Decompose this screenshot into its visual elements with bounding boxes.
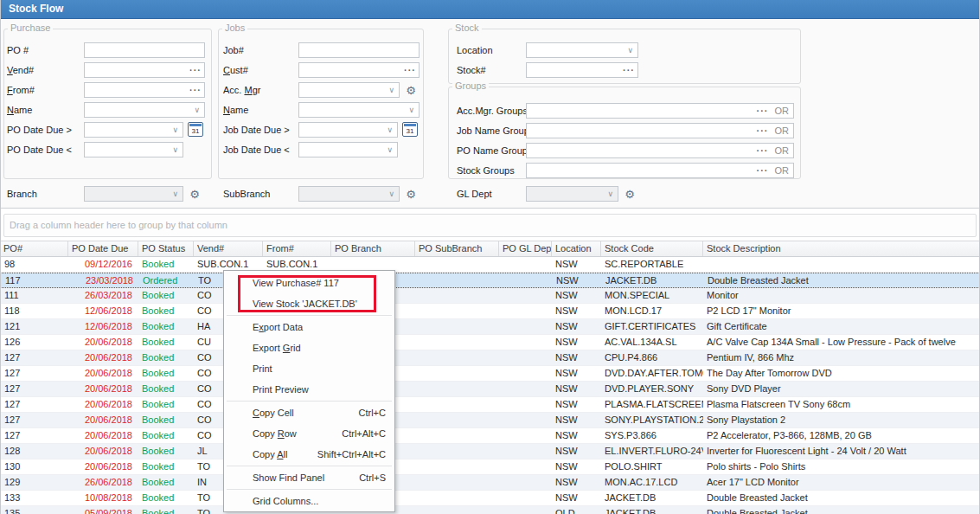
table-row[interactable]: 12720/06/2018BookedCONSWDVD.DAY.AFTER.TO…	[0, 366, 980, 382]
stock-groups-combo[interactable]: ···OR	[526, 163, 794, 178]
cell-desc: Polo shirts - Polo Shirts	[703, 459, 980, 474]
vend-input[interactable]: ···	[84, 62, 205, 78]
table-row[interactable]: 12926/06/2018BookedINNSWMON.AC.17.LCDAce…	[0, 475, 980, 491]
branch-combo[interactable]: ∨	[84, 186, 183, 202]
menu-item-copy-all[interactable]: Copy AllShift+Ctrl+Alt+C	[224, 444, 394, 465]
ellipsis-button-icon[interactable]: ···	[757, 126, 769, 136]
stock-input[interactable]: ···	[526, 62, 638, 78]
column-header-po[interactable]: PO#	[0, 241, 68, 256]
from-input[interactable]: ···	[84, 82, 205, 98]
table-row[interactable]: 11812/06/2018BookedCONSWMON.LCD.17P2 LCD…	[0, 304, 980, 319]
acc-mgr-groups-combo[interactable]: ···OR	[526, 103, 794, 119]
chevron-down-icon[interactable]: ∨	[407, 106, 416, 114]
cell-date: 20/06/2018	[68, 350, 138, 365]
acc-mgr-groups-or-button[interactable]: OR	[775, 106, 790, 116]
column-header-stock-code[interactable]: Stock Code	[601, 241, 703, 256]
ellipsis-button-icon[interactable]: ···	[757, 106, 769, 116]
table-row[interactable]: 12720/06/2018BookedCONSWSYS.P3.866P2 Acc…	[0, 428, 980, 444]
table-row[interactable]: 13020/06/2018BookedTONSWPOLO.SHIRTPolo s…	[0, 459, 980, 475]
job-input[interactable]	[298, 42, 420, 58]
ellipsis-button-icon[interactable]: ···	[189, 86, 202, 95]
table-row[interactable]: 12820/06/2018BookedJLNSWEL.INVERT.FLURO-…	[0, 444, 980, 459]
chevron-down-icon[interactable]: ∨	[605, 190, 615, 198]
chevron-down-icon[interactable]: ∨	[385, 126, 394, 134]
branch-settings-button[interactable]: ⚙	[186, 186, 203, 202]
cell-date: 26/06/2018	[68, 475, 138, 490]
cust-input[interactable]: ···	[298, 62, 420, 78]
table-row[interactable]: 12720/06/2018BookedCONSWDVD.PLAYER.SONYS…	[0, 382, 980, 397]
ellipsis-button-icon[interactable]: ···	[623, 66, 635, 75]
menu-item-copy-row[interactable]: Copy RowCtrl+Alt+C	[224, 423, 394, 444]
chevron-down-icon[interactable]: ∨	[170, 190, 180, 198]
table-row[interactable]: 13505/09/2018BookedTOQLDJACKET.DBDouble …	[0, 506, 980, 514]
column-header-stock-description[interactable]: Stock Description	[703, 241, 980, 256]
results-grid: Drag a column header here to group by th…	[0, 208, 980, 514]
cell-gldept	[499, 397, 552, 412]
cell-gldept	[499, 444, 552, 459]
acc-mgr-combo[interactable]: ∨	[298, 82, 400, 98]
column-header-po-gl-dept[interactable]: PO GL Dept.	[499, 241, 552, 256]
po-name-groups-or-button[interactable]: OR	[775, 145, 790, 156]
po-name-groups-combo[interactable]: ···OR	[526, 143, 794, 158]
subbranch-settings-button[interactable]: ⚙	[402, 186, 420, 202]
job-name-groups-combo[interactable]: ···OR	[526, 123, 794, 138]
acc-mgr-settings-button[interactable]: ⚙	[402, 82, 420, 99]
subbranch-combo[interactable]: ∨	[298, 186, 400, 202]
column-header-po-date-due[interactable]: PO Date Due	[68, 241, 138, 256]
cell-po: 127	[0, 350, 68, 365]
chevron-down-icon[interactable]: ∨	[385, 146, 394, 154]
po-date-due-combo[interactable]: ∨	[84, 122, 183, 138]
ellipsis-button-icon[interactable]: ···	[404, 66, 416, 75]
ellipsis-button-icon[interactable]: ···	[757, 166, 769, 176]
table-row[interactable]: 11723/03/2018OrderedTONSWJACKET.DBDouble…	[0, 273, 980, 288]
location-combo[interactable]: ∨	[526, 42, 638, 58]
name-combo[interactable]: ∨	[84, 102, 205, 118]
menu-item-print-preview[interactable]: Print Preview	[224, 379, 394, 400]
column-header-vend[interactable]: Vend#	[194, 241, 263, 256]
job-date-due-calendar-button[interactable]: 31	[402, 122, 418, 137]
chevron-down-icon[interactable]: ∨	[625, 47, 635, 55]
stock-groups-or-button[interactable]: OR	[775, 165, 790, 176]
chevron-down-icon[interactable]: ∨	[170, 146, 180, 154]
job-date-due-combo[interactable]: ∨	[298, 122, 398, 138]
ellipsis-button-icon[interactable]: ···	[757, 146, 769, 156]
table-row[interactable]: 13310/08/2018BookedTONSWJACKET.DBDouble …	[0, 491, 980, 506]
po-date-due-combo[interactable]: ∨	[84, 142, 183, 157]
cell-status: Booked	[138, 491, 194, 505]
chevron-down-icon[interactable]: ∨	[387, 190, 396, 198]
table-row[interactable]: 12112/06/2018BookedHANSWGIFT.CERTIFICATE…	[0, 319, 980, 335]
table-row[interactable]: 12620/06/2018BookedCUNSWAC.VAL.134A.SLA/…	[0, 335, 980, 350]
po-date-due-calendar-button[interactable]: 31	[188, 122, 203, 137]
column-header-po-branch[interactable]: PO Branch	[331, 241, 415, 256]
job-date-due-label: Job Date Due <	[223, 144, 290, 156]
cell-subbranch	[415, 366, 499, 381]
name-combo[interactable]: ∨	[298, 102, 420, 118]
table-row[interactable]: 12720/06/2018BookedCONSWCPU.P4.866Pentiu…	[0, 350, 980, 366]
column-header-po-status[interactable]: PO Status	[138, 241, 194, 256]
table-row[interactable]: 9809/12/2016BookedSUB.CON.1SUB.CON.1NSWS…	[0, 257, 980, 273]
chevron-down-icon[interactable]: ∨	[387, 87, 396, 94]
gl-dept-settings-button[interactable]: ⚙	[621, 186, 638, 202]
po-input[interactable]	[84, 42, 205, 58]
column-header-po-subbranch[interactable]: PO SubBranch	[415, 241, 499, 256]
table-row[interactable]: 11126/03/2018BookedCONSWMON.SPECIALMonit…	[0, 288, 980, 304]
chevron-down-icon[interactable]: ∨	[192, 106, 202, 114]
menu-item-grid-columns[interactable]: Grid Columns...	[224, 491, 394, 511]
menu-item-export-data[interactable]: Export Data	[224, 317, 394, 337]
cell-date: 20/06/2018	[68, 413, 138, 427]
column-header-location[interactable]: Location	[552, 241, 601, 256]
group-by-panel[interactable]: Drag a column header here to group by th…	[3, 214, 977, 237]
menu-item-export-grid[interactable]: Export Grid	[224, 337, 394, 358]
cell-code: JACKET.DB	[601, 506, 703, 514]
column-header-from[interactable]: From#	[263, 241, 331, 256]
chevron-down-icon[interactable]: ∨	[170, 126, 180, 134]
ellipsis-button-icon[interactable]: ···	[189, 66, 202, 75]
job-date-due-combo[interactable]: ∨	[298, 142, 398, 157]
menu-item-show-find-panel[interactable]: Show Find PanelCtrl+S	[224, 467, 394, 488]
table-row[interactable]: 12720/06/2018BookedCONSWPLASMA.FLATSCREE…	[0, 397, 980, 413]
gl-dept-combo[interactable]: ∨	[526, 186, 618, 202]
menu-item-copy-cell[interactable]: Copy CellCtrl+C	[224, 402, 394, 423]
table-row[interactable]: 12720/06/2018BookedCONSWSONY.PLAYSTATION…	[0, 413, 980, 428]
job-name-groups-or-button[interactable]: OR	[775, 125, 790, 136]
menu-item-print[interactable]: Print	[224, 358, 394, 379]
